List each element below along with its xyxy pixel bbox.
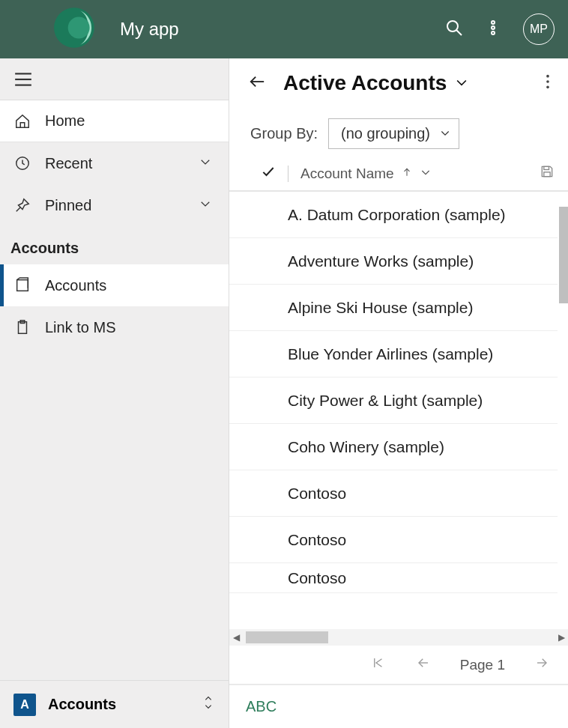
view-title-dropdown[interactable]: Active Accounts	[283, 71, 469, 95]
sidebar-item-label: Pinned	[45, 197, 91, 214]
table-row[interactable]: City Power & Light (sample)	[229, 377, 558, 424]
svg-rect-20	[544, 166, 549, 169]
scroll-left-icon[interactable]: ◀	[229, 632, 243, 643]
pager: Page 1	[229, 646, 568, 685]
chevron-down-icon	[199, 155, 212, 172]
prev-page-button[interactable]	[415, 656, 432, 673]
app-logo-icon	[52, 4, 99, 51]
sidebar-item-label: Accounts	[45, 277, 106, 294]
svg-point-4	[492, 21, 495, 24]
sidebar-item-recent[interactable]: Recent	[0, 142, 229, 184]
svg-rect-21	[544, 172, 550, 177]
home-icon	[13, 113, 31, 130]
table-row[interactable]: Contoso	[229, 563, 558, 593]
more-vertical-icon[interactable]	[546, 73, 550, 93]
sidebar-item-accounts[interactable]: Accounts	[0, 264, 229, 306]
back-button[interactable]	[247, 73, 267, 93]
table-row[interactable]: Alpine Ski House (sample)	[229, 285, 558, 331]
view-title-text: Active Accounts	[283, 71, 447, 95]
sort-asc-icon[interactable]	[402, 166, 412, 182]
sidebar-item-home[interactable]: Home	[0, 100, 229, 142]
more-vertical-icon[interactable]	[484, 19, 502, 40]
column-header-label[interactable]: Account Name	[300, 166, 394, 182]
sidebar-item-pinned[interactable]: Pinned	[0, 184, 229, 226]
area-label: Accounts	[48, 696, 116, 713]
svg-point-6	[492, 31, 495, 34]
app-title: My app	[120, 19, 179, 40]
group-by-label: Group By:	[250, 125, 318, 142]
chevron-updown-icon	[202, 694, 215, 715]
area-switcher[interactable]: A Accounts	[0, 680, 229, 728]
svg-point-16	[546, 75, 549, 78]
svg-rect-12	[17, 280, 28, 291]
chevron-down-icon[interactable]	[420, 166, 432, 182]
sidebar-item-label: Recent	[45, 155, 92, 172]
table-row[interactable]: Adventure Works (sample)	[229, 238, 558, 285]
jump-bar[interactable]: ABC	[229, 685, 568, 728]
view-header: Active Accounts	[229, 58, 568, 108]
entity-icon	[13, 277, 31, 294]
scrollbar-thumb[interactable]	[246, 631, 328, 643]
sidebar-section-label: Accounts	[0, 226, 229, 264]
select-all-checkbox[interactable]	[261, 164, 276, 183]
table-row[interactable]: Coho Winery (sample)	[229, 424, 558, 470]
table-row[interactable]: A. Datum Corporation (sample)	[229, 192, 558, 238]
next-page-button[interactable]	[534, 656, 550, 673]
group-by-value: (no grouping)	[341, 125, 430, 142]
main-content: Active Accounts Group By: (no grouping)	[229, 58, 568, 728]
avatar[interactable]: MP	[523, 13, 555, 45]
table-row[interactable]: Contoso	[229, 470, 558, 517]
pin-icon	[13, 197, 31, 213]
svg-point-2	[447, 21, 458, 31]
scroll-right-icon[interactable]: ▶	[555, 632, 568, 643]
chevron-down-icon	[439, 125, 451, 142]
svg-point-5	[492, 26, 495, 29]
table-row[interactable]: Blue Yonder Airlines (sample)	[229, 331, 558, 377]
vertical-scrollbar[interactable]	[559, 192, 568, 446]
sidebar-item-label: Home	[45, 112, 85, 130]
horizontal-scrollbar[interactable]: ◀ ▶	[229, 629, 568, 646]
clock-icon	[13, 155, 31, 172]
svg-point-17	[546, 80, 549, 83]
scrollbar-thumb[interactable]	[559, 207, 568, 303]
hamburger-button[interactable]	[0, 58, 229, 100]
divider	[288, 166, 288, 182]
clipboard-icon	[13, 319, 31, 336]
sidebar: Home Recent Pinned Accounts A	[0, 58, 229, 728]
svg-point-18	[546, 86, 549, 89]
area-tile: A	[13, 694, 36, 716]
jump-bar-text: ABC	[246, 698, 277, 715]
save-icon[interactable]	[540, 164, 555, 183]
page-indicator: Page 1	[460, 657, 505, 673]
svg-line-3	[456, 30, 462, 35]
sidebar-item-label: Link to MS	[45, 319, 115, 336]
sidebar-item-link-to-ms[interactable]: Link to MS	[0, 306, 229, 348]
chevron-down-icon	[199, 197, 212, 214]
chevron-down-icon	[454, 71, 469, 95]
search-icon[interactable]	[445, 19, 463, 40]
app-bar: My app MP	[0, 0, 568, 58]
table-row[interactable]: Contoso	[229, 517, 558, 563]
svg-line-11	[16, 207, 21, 212]
records-list: A. Datum Corporation (sample) Adventure …	[229, 192, 558, 629]
first-page-button[interactable]	[370, 656, 387, 673]
group-by-select[interactable]: (no grouping)	[328, 118, 459, 149]
avatar-initials: MP	[530, 22, 548, 36]
group-by-row: Group By: (no grouping)	[229, 108, 568, 160]
column-header-row: Account Name	[229, 160, 568, 192]
svg-point-1	[68, 17, 90, 39]
